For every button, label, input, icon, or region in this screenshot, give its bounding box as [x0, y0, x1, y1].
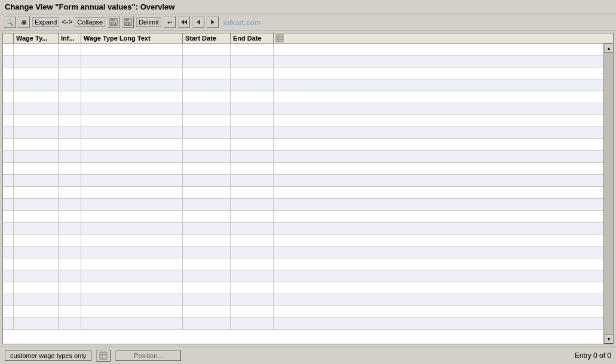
expand-button[interactable]: Expand — [32, 17, 59, 27]
cell-startdate[interactable] — [183, 79, 231, 91]
cell-startdate[interactable] — [183, 55, 231, 67]
save-icon[interactable] — [108, 16, 119, 28]
cell-longtext[interactable] — [81, 258, 183, 270]
cell-inf[interactable] — [59, 282, 81, 294]
cell-longtext[interactable] — [81, 270, 183, 282]
status-icon-button[interactable] — [96, 350, 111, 362]
cell-startdate[interactable] — [183, 103, 231, 115]
cell-inf[interactable] — [59, 258, 81, 270]
cell-wagetype[interactable] — [14, 294, 59, 306]
table-row[interactable] — [3, 223, 603, 235]
cell-inf[interactable] — [59, 199, 81, 210]
cell-startdate[interactable] — [183, 223, 231, 234]
cell-startdate[interactable] — [183, 175, 231, 186]
cell-longtext[interactable] — [81, 306, 183, 317]
cell-enddate[interactable] — [231, 258, 274, 270]
cell-wagetype[interactable] — [14, 44, 59, 55]
cell-wagetype[interactable] — [14, 67, 59, 79]
cell-longtext[interactable] — [81, 103, 183, 115]
cell-startdate[interactable] — [183, 306, 231, 317]
cell-enddate[interactable] — [231, 139, 274, 150]
cell-longtext[interactable] — [81, 199, 183, 210]
cell-inf[interactable] — [59, 103, 81, 115]
cell-startdate[interactable] — [183, 270, 231, 282]
cell-wagetype[interactable] — [14, 151, 59, 162]
cell-inf[interactable] — [59, 246, 81, 258]
cell-enddate[interactable] — [231, 270, 274, 282]
cell-inf[interactable] — [59, 223, 81, 234]
first-icon[interactable] — [178, 16, 190, 28]
table-row[interactable] — [3, 127, 603, 139]
cell-inf[interactable] — [59, 306, 81, 317]
cell-wagetype[interactable] — [14, 127, 59, 138]
cell-startdate[interactable] — [183, 318, 231, 329]
table-row[interactable] — [3, 187, 603, 199]
cell-longtext[interactable] — [81, 223, 183, 234]
cell-wagetype[interactable] — [14, 223, 59, 234]
cell-inf[interactable] — [59, 115, 81, 127]
table-row[interactable] — [3, 55, 603, 67]
cell-startdate[interactable] — [183, 235, 231, 246]
table-row[interactable] — [3, 151, 603, 163]
cell-startdate[interactable] — [183, 258, 231, 270]
cell-longtext[interactable] — [81, 44, 183, 55]
cell-inf[interactable] — [59, 79, 81, 91]
cell-wagetype[interactable] — [14, 211, 59, 222]
cell-enddate[interactable] — [231, 151, 274, 162]
prev-icon[interactable] — [192, 16, 204, 28]
cell-wagetype[interactable] — [14, 139, 59, 150]
table-row[interactable] — [3, 235, 603, 246]
cell-inf[interactable] — [59, 139, 81, 150]
cell-enddate[interactable] — [231, 306, 274, 317]
customer-wage-types-button[interactable]: customer wage types only — [5, 350, 91, 361]
print-icon[interactable]: 🖶 — [18, 16, 30, 28]
cell-inf[interactable] — [59, 175, 81, 186]
table-row[interactable] — [3, 103, 603, 115]
scroll-down-button[interactable]: ▼ — [604, 334, 613, 344]
cell-inf[interactable] — [59, 44, 81, 55]
cell-startdate[interactable] — [183, 211, 231, 222]
cell-inf[interactable] — [59, 127, 81, 138]
cell-enddate[interactable] — [231, 103, 274, 115]
cell-wagetype[interactable] — [14, 270, 59, 282]
cell-wagetype[interactable] — [14, 163, 59, 174]
cell-longtext[interactable] — [81, 115, 183, 127]
cell-wagetype[interactable] — [14, 175, 59, 186]
cell-enddate[interactable] — [231, 282, 274, 294]
collapse-button[interactable]: Collapse — [75, 17, 105, 27]
cell-enddate[interactable] — [231, 223, 274, 234]
cell-startdate[interactable] — [183, 139, 231, 150]
table-row[interactable] — [3, 91, 603, 103]
cell-enddate[interactable] — [231, 175, 274, 186]
delimit-button[interactable]: Delimit — [136, 17, 161, 27]
next-icon[interactable] — [207, 16, 219, 28]
cell-enddate[interactable] — [231, 318, 274, 329]
cell-wagetype[interactable] — [14, 199, 59, 210]
cell-longtext[interactable] — [81, 67, 183, 79]
cell-inf[interactable] — [59, 163, 81, 174]
cell-wagetype[interactable] — [14, 258, 59, 270]
cell-enddate[interactable] — [231, 199, 274, 210]
cell-inf[interactable] — [59, 235, 81, 246]
cell-longtext[interactable] — [81, 175, 183, 186]
table-row[interactable] — [3, 246, 603, 258]
column-settings-button[interactable] — [274, 33, 286, 43]
cell-inf[interactable] — [59, 294, 81, 306]
cell-startdate[interactable] — [183, 91, 231, 103]
table-row[interactable] — [3, 115, 603, 127]
scroll-up-button[interactable]: ▲ — [604, 44, 613, 53]
table-row[interactable] — [3, 211, 603, 223]
cell-startdate[interactable] — [183, 44, 231, 55]
cell-enddate[interactable] — [231, 91, 274, 103]
cell-enddate[interactable] — [231, 79, 274, 91]
cell-startdate[interactable] — [183, 246, 231, 258]
cell-enddate[interactable] — [231, 127, 274, 138]
cell-startdate[interactable] — [183, 187, 231, 198]
table-row[interactable] — [3, 282, 603, 294]
cell-wagetype[interactable] — [14, 115, 59, 127]
cell-enddate[interactable] — [231, 67, 274, 79]
table-row[interactable] — [3, 79, 603, 91]
cell-startdate[interactable] — [183, 127, 231, 138]
cell-wagetype[interactable] — [14, 79, 59, 91]
cell-wagetype[interactable] — [14, 187, 59, 198]
